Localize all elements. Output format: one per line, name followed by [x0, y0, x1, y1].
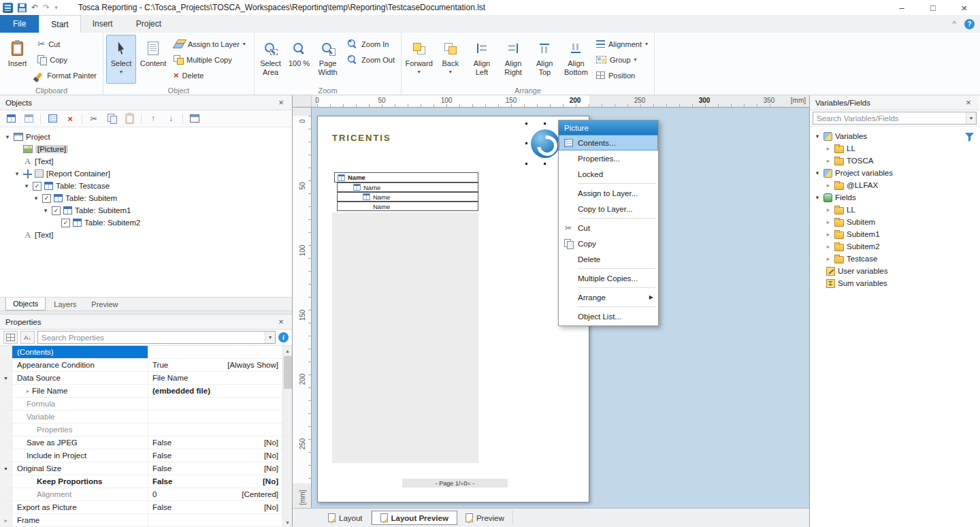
select-button[interactable]: Select ▾ — [106, 35, 136, 84]
menu-item-arrange[interactable]: Arrange ▶ — [559, 289, 658, 305]
tree-item-fields-ll[interactable]: ▸ LL — [810, 204, 979, 216]
variables-search-dropdown-icon[interactable]: ▾ — [966, 112, 976, 124]
zoom-in-button[interactable]: + Zoom In — [343, 37, 398, 51]
zoom-100-button[interactable]: 100 % — [286, 35, 312, 84]
visibility-checkbox[interactable]: ✓ — [42, 194, 51, 203]
zoom-out-button[interactable]: − Zoom Out — [343, 52, 398, 67]
expander-icon[interactable]: ▾ — [814, 170, 821, 176]
multiple-copy-button[interactable]: Multiple Copy — [170, 52, 249, 67]
expander-icon[interactable]: ▾ — [4, 133, 11, 140]
menu-item-copy[interactable]: Copy — [559, 236, 658, 251]
tab-layout-preview[interactable]: Layout Preview — [372, 511, 457, 525]
scroll-down-icon[interactable]: ▼ — [283, 517, 292, 527]
tab-project[interactable]: Project — [125, 15, 173, 33]
format-painter-button[interactable]: Format Painter — [34, 68, 100, 82]
forward-dropdown-icon[interactable]: ▾ — [418, 69, 421, 75]
selection-handle[interactable] — [525, 122, 528, 125]
tree-item-subitem1[interactable]: ▸ Subitem1 — [810, 228, 979, 240]
tree-item-variables[interactable]: ▾ Variables — [810, 130, 979, 142]
tree-item-text[interactable]: A [Text] — [0, 155, 292, 167]
tab-start[interactable]: Start — [39, 15, 80, 33]
selection-handle[interactable] — [525, 142, 528, 145]
table-row[interactable]: Name — [337, 192, 478, 202]
insert-button[interactable]: Insert — [3, 35, 32, 84]
property-row-frame[interactable]: ▸ Frame — [0, 514, 292, 527]
expander-icon[interactable]: ▸ — [825, 206, 832, 213]
property-row-appearance-condition[interactable]: Appearance Condition True [Always Show] — [0, 359, 292, 372]
properties-panel-close-icon[interactable]: × — [276, 317, 287, 327]
visibility-checkbox[interactable]: ✓ — [61, 219, 70, 227]
align-bottom-button[interactable]: Align Bottom — [561, 35, 591, 84]
property-row-alignment[interactable]: Alignment 0 [Centered] — [0, 488, 292, 501]
align-left-button[interactable]: Align Left — [467, 35, 496, 84]
object-list-button[interactable] — [189, 112, 201, 125]
tab-insert[interactable]: Insert — [81, 15, 125, 33]
expander-icon[interactable]: ▾ — [33, 195, 39, 202]
menu-item-properties[interactable]: Properties... — [559, 150, 658, 166]
property-row-save-as-jpeg[interactable]: Save as JPEG False [No] — [0, 436, 292, 449]
tab-objects[interactable]: Objects — [5, 298, 46, 310]
tree-item-user-variables[interactable]: User variables — [810, 265, 979, 277]
tree-item-subitem2[interactable]: ▸ Subitem2 — [810, 240, 979, 253]
expander-icon[interactable]: ▸ — [825, 231, 832, 238]
back-button[interactable]: Back ▾ — [436, 35, 465, 84]
alignment-dropdown-icon[interactable]: ▾ — [645, 41, 648, 47]
delete-object-button[interactable]: × — [64, 112, 76, 125]
variables-search-input[interactable] — [813, 112, 977, 125]
expander-icon[interactable]: ▸ — [825, 255, 832, 262]
add-sub-object-button[interactable] — [22, 112, 35, 125]
property-row-formula[interactable]: Formula — [0, 398, 292, 411]
property-row-contents[interactable]: (Contents) — [0, 346, 292, 359]
menu-item-copy-to-layer[interactable]: Copy to Layer... — [559, 201, 658, 217]
add-object-button[interactable] — [5, 112, 17, 125]
table-row[interactable]: Name — [337, 182, 478, 192]
report-page[interactable]: TRICENTIS — [317, 116, 589, 502]
table-row[interactable]: Name — [337, 202, 478, 211]
paste-object-button[interactable] — [123, 112, 135, 125]
group-dropdown-icon[interactable]: ▾ — [634, 57, 637, 63]
properties-search-dropdown-icon[interactable]: ▾ — [265, 332, 275, 343]
property-row-properties[interactable]: Properties — [0, 424, 292, 436]
property-row-include-in-project[interactable]: Include in Project False [No] — [0, 449, 292, 462]
expander-icon[interactable]: ▾ — [14, 170, 20, 177]
objects-panel-close-icon[interactable]: × — [276, 97, 287, 108]
expander-icon[interactable]: ▾ — [0, 372, 12, 384]
table-header-row[interactable]: Name — [334, 172, 478, 182]
expander-icon[interactable]: ▸ — [27, 388, 29, 394]
menu-item-contents[interactable]: Contents... — [559, 135, 658, 150]
tree-item-picture[interactable]: [Picture] — [0, 143, 292, 155]
tree-item-table-subitem1[interactable]: ▾ ✓ Table: Subitem1 — [0, 204, 292, 217]
expander-icon[interactable]: ▸ — [0, 514, 12, 526]
align-right-button[interactable]: Align Right — [499, 35, 528, 84]
alignment-button[interactable]: Alignment ▾ — [593, 37, 651, 51]
move-down-button[interactable]: ↓ — [165, 112, 177, 125]
forward-button[interactable]: Forward ▾ — [404, 35, 434, 84]
position-button[interactable]: Position — [593, 68, 651, 82]
tree-item-subitem[interactable]: ▸ Subitem — [810, 216, 979, 228]
tree-item-fields[interactable]: ▾ Fields — [810, 191, 979, 204]
assign-to-layer-dropdown-icon[interactable]: ▾ — [243, 41, 246, 47]
save-button[interactable] — [18, 3, 27, 12]
help-icon[interactable]: ? — [964, 19, 975, 29]
tab-layout[interactable]: Layout — [320, 511, 372, 525]
categorized-view-button[interactable] — [3, 331, 18, 344]
tree-item-text-2[interactable]: A [Text] — [0, 229, 292, 241]
expander-icon[interactable]: ▸ — [825, 157, 832, 164]
property-row-export-as-picture[interactable]: Export as Picture False [No] — [0, 501, 292, 514]
scrollbar-thumb[interactable] — [284, 356, 292, 389]
redo-button[interactable]: ↷ — [43, 3, 50, 12]
expander-icon[interactable]: ▾ — [23, 182, 30, 189]
undo-button[interactable]: ↶ — [31, 3, 38, 12]
expander-icon[interactable]: ▸ — [825, 219, 832, 225]
page-width-button[interactable]: Page Width — [314, 35, 341, 84]
menu-item-cut[interactable]: ✂ Cut — [559, 220, 658, 236]
expander-icon[interactable]: ▾ — [0, 462, 12, 475]
tree-item-project[interactable]: ▾ Project — [0, 131, 292, 143]
tab-preview[interactable]: Preview — [457, 511, 513, 525]
info-icon[interactable]: i — [278, 332, 289, 342]
visibility-checkbox[interactable]: ✓ — [33, 182, 42, 191]
variables-panel-close-icon[interactable]: × — [963, 97, 974, 108]
select-area-button[interactable]: Select Area — [257, 35, 284, 84]
edit-contents-button[interactable] — [46, 112, 59, 125]
page-footer-text[interactable]: - Page 1/=0= - — [402, 479, 508, 488]
